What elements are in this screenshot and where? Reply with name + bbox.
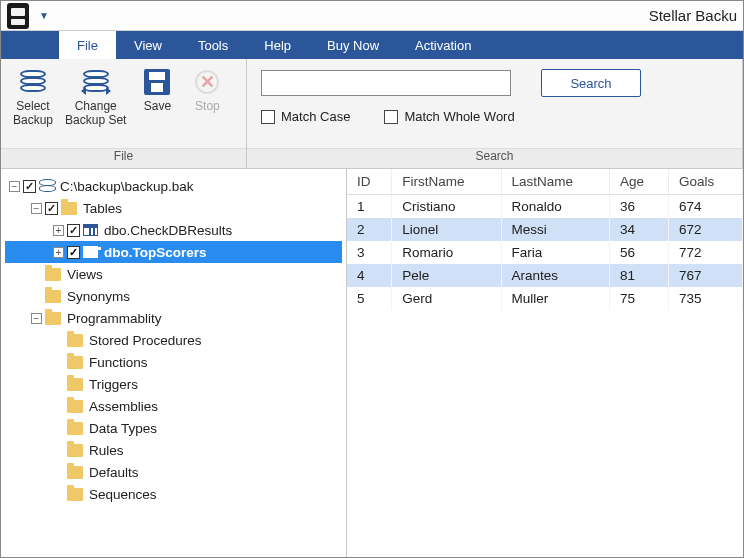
tree-node-programmability[interactable]: − Programmablity	[5, 307, 342, 329]
select-backup-button[interactable]: Select Backup	[7, 63, 59, 127]
folder-icon	[67, 356, 83, 369]
tree-node-table-topscorers[interactable]: + dbo.TopScorers	[5, 241, 342, 263]
main-area: − C:\backup\backup.bak − Tables + dbo.Ch…	[1, 169, 743, 557]
folder-icon	[45, 290, 61, 303]
change-backup-set-button[interactable]: Change Backup Set	[59, 63, 132, 127]
match-case-checkbox[interactable]: Match Case	[261, 109, 350, 124]
stop-icon: ✕	[195, 70, 219, 94]
menu-buy-now[interactable]: Buy Now	[309, 31, 397, 59]
tree-node-views[interactable]: Views	[5, 263, 342, 285]
tree-node-rules[interactable]: Rules	[5, 439, 342, 461]
data-grid[interactable]: ID FirstName LastName Age Goals 1 Cristi…	[347, 169, 743, 557]
save-button[interactable]: Save	[132, 63, 182, 113]
checkbox-icon	[384, 110, 398, 124]
tree-node-tables[interactable]: − Tables	[5, 197, 342, 219]
folder-icon	[67, 466, 83, 479]
folder-icon	[67, 422, 83, 435]
table-icon	[83, 246, 98, 258]
checkbox-icon[interactable]	[67, 224, 80, 237]
checkbox-icon	[261, 110, 275, 124]
qat-dropdown-icon[interactable]: ▼	[35, 8, 53, 23]
folder-icon	[45, 268, 61, 281]
search-input[interactable]	[261, 70, 511, 96]
menu-activation[interactable]: Activation	[397, 31, 489, 59]
tree-node-defaults[interactable]: Defaults	[5, 461, 342, 483]
ribbon-group-file-label: File	[1, 148, 246, 168]
tree-node-table-checkdbresults[interactable]: + dbo.CheckDBResults	[5, 219, 342, 241]
window-title: Stellar Backu	[649, 7, 737, 24]
tree-node-stored-procedures[interactable]: Stored Procedures	[5, 329, 342, 351]
tree-node-assemblies[interactable]: Assemblies	[5, 395, 342, 417]
folder-icon	[67, 488, 83, 501]
folder-icon	[67, 444, 83, 457]
table-row[interactable]: 2 Lionel Messi 34 672	[347, 218, 743, 241]
folder-icon	[67, 378, 83, 391]
stop-button: ✕ Stop	[182, 63, 232, 113]
column-header-age[interactable]: Age	[609, 169, 668, 195]
title-bar: ▼ Stellar Backu	[1, 1, 743, 31]
menu-view[interactable]: View	[116, 31, 180, 59]
table-header-row: ID FirstName LastName Age Goals	[347, 169, 743, 195]
folder-icon	[61, 202, 77, 215]
menu-file[interactable]: File	[59, 31, 116, 59]
folder-icon	[45, 312, 61, 325]
save-icon	[144, 69, 170, 95]
column-header-firstname[interactable]: FirstName	[392, 169, 501, 195]
tree-node-functions[interactable]: Functions	[5, 351, 342, 373]
table-row[interactable]: 1 Cristiano Ronaldo 36 674	[347, 195, 743, 219]
folder-icon	[67, 334, 83, 347]
table-row[interactable]: 4 Pele Arantes 81 767	[347, 264, 743, 287]
app-icon	[7, 3, 29, 29]
menu-bar: File View Tools Help Buy Now Activation	[1, 31, 743, 59]
menu-tools[interactable]: Tools	[180, 31, 246, 59]
search-button[interactable]: Search	[541, 69, 641, 97]
database-swap-icon	[83, 70, 109, 94]
checkbox-icon[interactable]	[67, 246, 80, 259]
table-icon	[83, 224, 98, 236]
menu-help[interactable]: Help	[246, 31, 309, 59]
ribbon-group-search-label: Search	[247, 148, 742, 168]
collapse-icon[interactable]: −	[31, 313, 42, 324]
folder-icon	[67, 400, 83, 413]
collapse-icon[interactable]: −	[31, 203, 42, 214]
table-row[interactable]: 3 Romario Faria 56 772	[347, 241, 743, 264]
column-header-lastname[interactable]: LastName	[501, 169, 609, 195]
tree-node-sequences[interactable]: Sequences	[5, 483, 342, 505]
database-icon	[20, 70, 46, 94]
collapse-icon[interactable]: −	[9, 181, 20, 192]
column-header-goals[interactable]: Goals	[669, 169, 743, 195]
database-icon	[39, 179, 54, 194]
column-header-id[interactable]: ID	[347, 169, 392, 195]
tree-pane[interactable]: − C:\backup\backup.bak − Tables + dbo.Ch…	[1, 169, 347, 557]
tree-root-backup-file[interactable]: − C:\backup\backup.bak	[5, 175, 342, 197]
checkbox-icon[interactable]	[23, 180, 36, 193]
match-whole-word-checkbox[interactable]: Match Whole Word	[384, 109, 514, 124]
ribbon: Select Backup Change Backup Set Save ✕ S…	[1, 59, 743, 169]
table-row[interactable]: 5 Gerd Muller 75 735	[347, 287, 743, 310]
checkbox-icon[interactable]	[45, 202, 58, 215]
expand-icon[interactable]: +	[53, 247, 64, 258]
tree-node-synonyms[interactable]: Synonyms	[5, 285, 342, 307]
expand-icon[interactable]: +	[53, 225, 64, 236]
tree-node-data-types[interactable]: Data Types	[5, 417, 342, 439]
tree-node-triggers[interactable]: Triggers	[5, 373, 342, 395]
